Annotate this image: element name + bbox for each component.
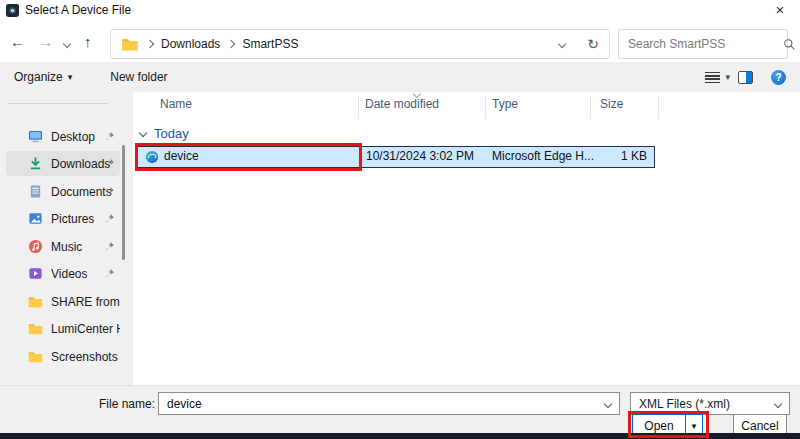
music-icon bbox=[28, 239, 43, 254]
address-dropdown-icon[interactable] bbox=[558, 40, 566, 48]
folder-icon bbox=[28, 321, 43, 336]
pin-icon bbox=[104, 158, 115, 169]
forward-icon[interactable]: → bbox=[38, 33, 53, 50]
pin-icon bbox=[104, 268, 115, 279]
folder-icon bbox=[28, 349, 43, 364]
refresh-icon[interactable]: ↻ bbox=[587, 36, 599, 52]
sidebar-item-label: Screenshots bbox=[51, 350, 118, 364]
command-toolbar: Organize ▾ New folder ▾ ? bbox=[0, 62, 800, 92]
list-view-icon bbox=[705, 72, 720, 83]
column-header-type[interactable]: Type bbox=[492, 97, 518, 111]
organize-label: Organize bbox=[14, 70, 63, 84]
file-type-dropdown-icon[interactable] bbox=[774, 399, 782, 407]
sidebar-item-videos[interactable]: Videos bbox=[6, 261, 120, 286]
pin-icon bbox=[104, 241, 115, 252]
sidebar-item-lumicenter[interactable]: LumiCenter Hov bbox=[6, 316, 120, 341]
videos-icon bbox=[28, 266, 43, 281]
column-separator[interactable] bbox=[358, 95, 359, 119]
new-folder-button[interactable]: New folder bbox=[110, 70, 167, 84]
up-icon[interactable]: ↑ bbox=[84, 33, 92, 50]
sidebar-item-desktop[interactable]: Desktop bbox=[6, 124, 120, 149]
file-name-dropdown-icon[interactable] bbox=[604, 399, 612, 407]
file-type-value: XML Files (*.xml) bbox=[639, 397, 730, 411]
sidebar-item-pictures[interactable]: Pictures bbox=[6, 206, 120, 231]
sidebar-item-label: Music bbox=[51, 240, 82, 254]
back-icon[interactable]: ← bbox=[10, 33, 25, 50]
title-bar: Select A Device File × bbox=[0, 0, 800, 20]
sidebar-item-share-from-co[interactable]: SHARE from Co bbox=[6, 289, 120, 314]
breadcrumb-folder-icon bbox=[121, 37, 139, 51]
column-header-size[interactable]: Size bbox=[600, 97, 623, 111]
file-name-input[interactable] bbox=[167, 397, 599, 411]
recent-locations-icon[interactable] bbox=[63, 40, 71, 48]
breadcrumb-smartpss[interactable]: SmartPSS bbox=[242, 37, 298, 51]
window-title: Select A Device File bbox=[25, 3, 131, 17]
sidebar-item-downloads[interactable]: Downloads bbox=[6, 151, 120, 176]
preview-pane-icon[interactable] bbox=[738, 71, 753, 84]
file-type-select[interactable]: XML Files (*.xml) bbox=[630, 392, 790, 415]
folder-icon bbox=[28, 294, 43, 309]
sidebar-divider bbox=[8, 103, 108, 104]
sidebar-item-label: SHARE from Co bbox=[51, 295, 120, 309]
sidebar-item-music[interactable]: Music bbox=[6, 234, 120, 259]
microsoft-edge-file-icon bbox=[145, 150, 159, 164]
new-folder-label: New folder bbox=[110, 70, 167, 84]
group-header-today[interactable]: Today bbox=[154, 126, 189, 141]
view-dropdown-icon: ▾ bbox=[725, 72, 730, 82]
sidebar-item-documents[interactable]: Documents bbox=[6, 179, 120, 204]
pin-icon bbox=[104, 131, 115, 142]
sidebar-item-screenshots[interactable]: Screenshots bbox=[6, 344, 120, 369]
search-icon bbox=[783, 38, 796, 51]
column-separator[interactable] bbox=[590, 95, 591, 119]
breadcrumb-downloads[interactable]: Downloads bbox=[161, 37, 220, 51]
view-mode-button[interactable]: ▾ bbox=[705, 72, 730, 83]
sidebar-item-label: Documents bbox=[51, 185, 112, 199]
downloads-icon bbox=[28, 156, 43, 171]
search-box[interactable] bbox=[618, 29, 788, 59]
smartpss-app-icon bbox=[6, 4, 19, 17]
file-size-cell: 1 KB bbox=[585, 149, 647, 163]
desktop-icon bbox=[28, 129, 43, 144]
sidebar-item-label: Pictures bbox=[51, 212, 94, 226]
file-name-combo[interactable] bbox=[158, 392, 620, 415]
documents-icon bbox=[28, 184, 43, 199]
sidebar-item-label: LumiCenter Hov bbox=[51, 322, 120, 336]
pictures-icon bbox=[28, 211, 43, 226]
file-date-cell: 10/31/2024 3:02 PM bbox=[366, 149, 474, 163]
sidebar-scrollbar[interactable] bbox=[122, 145, 125, 260]
navigation-sidebar: Desktop Downloads Documents Pictures Mus… bbox=[0, 92, 133, 385]
sidebar-item-label: Downloads bbox=[51, 157, 110, 171]
sidebar-item-label: Desktop bbox=[51, 130, 95, 144]
close-icon[interactable]: × bbox=[770, 0, 790, 19]
organize-dropdown-icon: ▾ bbox=[68, 72, 73, 82]
column-header-date-modified[interactable]: Date modified bbox=[365, 97, 439, 111]
bottom-edge-strip bbox=[0, 433, 800, 439]
column-separator[interactable] bbox=[658, 95, 659, 119]
pin-icon bbox=[104, 213, 115, 224]
search-input[interactable] bbox=[628, 37, 783, 51]
pin-icon bbox=[104, 186, 115, 197]
organize-button[interactable]: Organize ▾ bbox=[14, 70, 72, 84]
column-header-name[interactable]: Name bbox=[160, 97, 192, 111]
address-bar[interactable]: Downloads SmartPSS ↻ bbox=[110, 29, 610, 59]
file-name-label: File name: bbox=[70, 397, 155, 411]
file-type-cell: Microsoft Edge H... bbox=[492, 149, 594, 163]
help-icon[interactable]: ? bbox=[771, 70, 786, 85]
sidebar-item-label: Videos bbox=[51, 267, 87, 281]
file-list-area bbox=[133, 92, 800, 385]
column-separator[interactable] bbox=[485, 95, 486, 119]
select-device-file-dialog: Select A Device File × ← → ↑ Downloads S… bbox=[0, 0, 800, 439]
file-name-cell[interactable]: device bbox=[164, 149, 199, 163]
